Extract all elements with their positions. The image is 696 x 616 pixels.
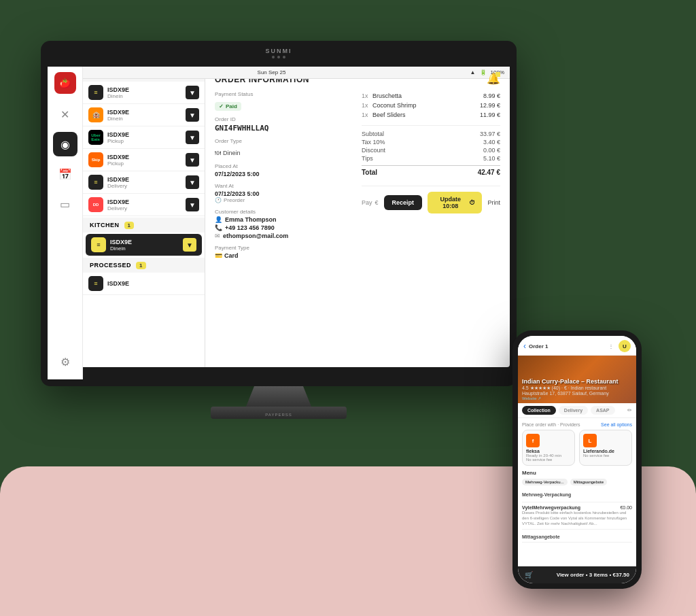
phone-icon: 📞 (215, 224, 222, 231)
order-item-active[interactable]: ≡ ISDX9E Dinein ▼ (86, 234, 202, 256)
order-id: ISDX9E (107, 109, 181, 116)
print-button[interactable]: Print (487, 199, 500, 206)
order-item-processed[interactable]: ≡ ISDX9E (83, 273, 205, 295)
sidebar-item-wireless[interactable]: ◉ (53, 132, 77, 156)
phone-body: Place order with · Providers See all opt… (518, 418, 636, 566)
placed-at-label: Placed At (215, 163, 351, 169)
timer-icon: ⏱ (469, 199, 475, 206)
source-icon-skip: Skip (88, 152, 103, 167)
tab-delivery[interactable]: Delivery (559, 406, 588, 415)
expand-button[interactable]: ▼ (186, 108, 199, 122)
phone-container: ‹ Order 1 ⋮ U Indian Curry-Palace – Rest… (512, 330, 642, 589)
tab-asap[interactable]: ASAP (591, 406, 614, 415)
order-item[interactable]: UberEats ISDX9E Pickup ▼ (83, 126, 205, 149)
menu-tabs: Mehrweg-Verpacku... Mittagsangebote (522, 479, 632, 485)
tax-label: Tax 10% (362, 139, 385, 146)
provider-fleksa[interactable]: f fleksa Ready in 20-40 minNo service fe… (522, 430, 575, 466)
source-icon-hotel: 🏨 (88, 107, 103, 122)
update-button[interactable]: Update 10:08 ⏱ (428, 192, 482, 213)
expand-button[interactable]: ▼ (186, 175, 199, 189)
website-link[interactable]: Website ↗ (522, 396, 619, 400)
tab-collection[interactable]: Collection (522, 406, 556, 415)
order-info: ISDX9E Dinein (107, 109, 181, 122)
payment-type-value: Card (224, 252, 239, 259)
battery-icon: 🔋 (480, 69, 487, 75)
edit-icon[interactable]: ✏ (627, 406, 632, 415)
order-id: ISDX9E (107, 199, 181, 205)
section-header-processed: PROCESSED 1 (83, 258, 205, 273)
lieferando-name: Lieferando.de (583, 449, 628, 454)
order-type: Dinein (110, 245, 179, 252)
payment-status-label: Payment Status (215, 91, 351, 97)
order-type: Delivery (107, 205, 181, 211)
sidebar-logo[interactable]: 🍅 (54, 72, 76, 94)
wifi-icon: ▲ (470, 69, 476, 75)
qty-2: 1x (362, 102, 368, 109)
payment-status-section: Payment Status Paid (215, 91, 351, 111)
total-value: 42.47 € (478, 169, 500, 176)
order-info: ISDX9E Delivery (107, 199, 181, 211)
subtotal-row: Subtotal 33.97 € (362, 130, 500, 138)
restaurant-image: Indian Curry-Palace – Restaurant 4.5 ★★★… (518, 356, 636, 403)
lieferando-detail: No service fee (583, 454, 628, 458)
tips-value: 5.10 € (483, 155, 500, 162)
order-info: ISDX9E Dinein (107, 86, 181, 99)
item-price-2: 12.99 € (480, 102, 500, 109)
expand-button[interactable]: ▼ (186, 86, 199, 99)
order-type-section: Order Type 🍽 Dinein (215, 138, 351, 158)
back-icon[interactable]: ‹ (523, 341, 526, 351)
cart-label: View order • 3 items • €37.50 (557, 572, 629, 578)
payment-type-row: 💳 Card (215, 252, 351, 259)
source-icon-door: DD (88, 197, 103, 212)
restaurant-rating: 4.5 ★★★★★ (40) · € · Indian restaurant (522, 386, 619, 391)
sidebar: 🍅 ✕ ◉ 📅 ▭ ⚙ (48, 67, 83, 367)
order-info: ISDX9E Pickup (107, 131, 181, 144)
item-price-3: 11.99 € (480, 112, 500, 118)
order-item[interactable]: 🏨 ISDX9E Dinein ▼ (83, 104, 205, 126)
order-line-1: 1x Bruschetta 8.99 € (362, 91, 500, 101)
fleksa-name: fleksa (526, 449, 571, 454)
notification-dot (495, 72, 500, 77)
person-icon: 👤 (215, 216, 222, 223)
phone-cart-bar[interactable]: 🛒 View order • 3 items • €37.50 (518, 566, 636, 583)
order-item[interactable]: ≡ ISDX9E Dinein ▼ (83, 82, 205, 104)
order-line-3: 1x Beef Sliders 11.99 € (362, 110, 500, 120)
detail-right-column: 1x Bruschetta 8.99 € 1x Coconut Shrimp 1… (362, 91, 500, 264)
sidebar-item-tablet[interactable]: ▭ (53, 192, 77, 216)
menu-tab-mittag[interactable]: Mittagsangebote (570, 479, 607, 485)
sidebar-item-restaurant[interactable]: ✕ (53, 102, 77, 126)
expand-button-active[interactable]: ▼ (183, 238, 196, 252)
see-all-link[interactable]: See all options (601, 422, 632, 427)
expand-button[interactable]: ▼ (186, 131, 199, 144)
monitor-base-text: PAYPERSS (265, 413, 292, 417)
provider-lieferando[interactable]: L Lieferando.de No service fee (579, 430, 632, 466)
order-info: ISDX9E Dinein (110, 239, 179, 252)
mittag-section-header: Mittagsangebote (522, 530, 632, 543)
pay-label: Pay (362, 199, 372, 206)
discount-value: 0.00 € (483, 147, 500, 154)
menu-item-vytel[interactable]: €0.00 VytelMehrwegverpackung Dieses Prod… (522, 502, 632, 530)
item-name-3: Beef Sliders (372, 112, 406, 118)
receipt-button[interactable]: Receipt (384, 195, 423, 210)
order-item[interactable]: DD ISDX9E Delivery ▼ (83, 194, 205, 216)
notification-bell[interactable]: 🔔 (487, 72, 500, 85)
provider-label: Place order with · Providers (522, 422, 580, 427)
options-icon[interactable]: ⋮ (608, 343, 614, 349)
pay-currency: € (375, 199, 379, 206)
sidebar-item-settings[interactable]: ⚙ (53, 349, 77, 367)
order-id: ISDX9E (107, 131, 181, 138)
sidebar-item-calendar[interactable]: 📅 (53, 162, 77, 186)
expand-button[interactable]: ▼ (186, 153, 199, 167)
order-item[interactable]: Skip ISDX9E Pickup ▼ (83, 149, 205, 171)
customer-label: Customer details (215, 209, 351, 215)
order-info: ISDX9E Pickup (107, 154, 181, 167)
lieferando-logo: L (583, 434, 597, 447)
restaurant-address: Hauptstraße 17, 63877 Sailauf, Germany (522, 391, 619, 396)
menu-tab-mehrweg[interactable]: Mehrweg-Verpacku... (522, 479, 568, 485)
monitor-frame: SUNMI 9:41 AM Sun Sep 25 ▲ 🔋 100% 🍅 ✕ (41, 41, 517, 386)
bottom-actions: Pay € Receipt Update 10:08 ⏱ Print (362, 186, 500, 213)
expand-button[interactable]: ▼ (186, 198, 199, 211)
preorder-tag: 🕐 Preorder (215, 197, 351, 203)
email-icon: ✉ (215, 233, 220, 239)
order-item[interactable]: ≡ ISDX9E Delivery ▼ (83, 171, 205, 194)
